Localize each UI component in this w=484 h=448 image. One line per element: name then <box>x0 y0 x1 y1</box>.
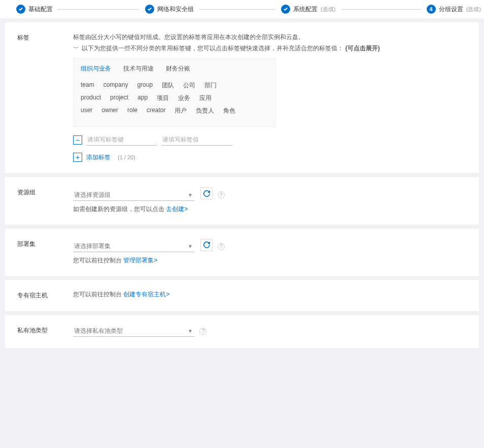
step-4[interactable]: 4 分组设置 (选填) <box>427 5 484 14</box>
chevron-down-icon: ﹀ <box>73 45 79 52</box>
step-title: 网络和安全组 <box>157 5 194 14</box>
private-pool-label: 私有池类型 <box>17 325 73 335</box>
tag-kv-row: − <box>73 134 467 146</box>
resource-group-label: 资源组 <box>17 187 73 197</box>
tag-list-row2: product project app 项目 业务 应用 <box>81 94 268 102</box>
step-line <box>341 9 420 10</box>
step-optional: (选填) <box>321 6 335 13</box>
tag-tabs: 组织与业务 技术与用途 财务分账 <box>81 64 268 76</box>
tag-item[interactable]: user <box>81 107 92 115</box>
refresh-icon <box>203 242 210 248</box>
deploy-set-label: 部署集 <box>17 239 73 249</box>
tag-item[interactable]: 应用 <box>199 94 212 102</box>
step-optional: (选填) <box>466 6 481 13</box>
tag-label: 标签 <box>17 32 73 42</box>
step-3[interactable]: 系统配置 (选填) <box>281 5 427 14</box>
check-icon <box>16 5 25 14</box>
tag-item[interactable]: 用户 <box>175 107 187 115</box>
private-pool-select[interactable] <box>73 325 195 337</box>
tag-item[interactable]: 角色 <box>223 107 235 115</box>
step-line <box>58 9 139 10</box>
tag-desc: 标签由区分大小写的键值对组成。您设置的标签将应用在本次创建的全部实例和云盘。 <box>73 32 467 42</box>
tag-item[interactable]: 负责人 <box>196 107 214 115</box>
add-tag-link[interactable]: 添加标签 <box>86 153 111 162</box>
help-icon[interactable]: ? <box>218 243 225 250</box>
create-resource-group-link[interactable]: 去创建> <box>166 205 188 213</box>
step-1[interactable]: 基础配置 <box>16 5 145 14</box>
remove-tag-button[interactable]: − <box>73 135 82 145</box>
tag-suggestion-box: 组织与业务 技术与用途 财务分账 team company group 团队 公… <box>73 58 276 127</box>
step-title: 基础配置 <box>28 5 53 14</box>
refresh-icon <box>203 190 210 197</box>
help-icon[interactable]: ? <box>199 328 206 335</box>
tag-item[interactable]: 部门 <box>204 81 217 90</box>
step-title: 系统配置 <box>293 5 318 14</box>
check-icon <box>145 5 154 14</box>
resource-group-card: 资源组 ▼ ? 如需创建新的资源组，您可以点击 去创建> <box>5 177 479 225</box>
tag-item[interactable]: 业务 <box>178 94 190 102</box>
step-number-icon: 4 <box>427 5 436 14</box>
tag-item[interactable]: team <box>81 81 94 90</box>
deploy-set-card: 部署集 ▼ ? 您可以前往控制台 管理部署集> <box>5 229 479 277</box>
expand-bold: (可点击展开) <box>345 45 380 52</box>
step-2[interactable]: 网络和安全组 <box>145 5 281 14</box>
help-icon[interactable]: ? <box>218 191 225 198</box>
deploy-set-select[interactable] <box>73 240 195 252</box>
create-ddh-link[interactable]: 创建专有宿主机> <box>123 291 169 298</box>
tag-item[interactable]: 团队 <box>162 81 174 90</box>
tag-item[interactable]: group <box>137 81 153 90</box>
tag-item[interactable]: product <box>81 94 101 102</box>
tag-item[interactable]: 公司 <box>183 81 195 90</box>
resource-group-desc: 如需创建新的资源组，您可以点击 去创建> <box>73 205 467 214</box>
tag-list-row1: team company group 团队 公司 部门 <box>81 81 268 90</box>
wizard-steps: 基础配置 网络和安全组 系统配置 (选填) 4 分组设置 (选填) <box>0 0 484 18</box>
tag-item[interactable]: 项目 <box>157 94 169 102</box>
tag-item[interactable]: creator <box>147 107 165 115</box>
tag-tab-fin[interactable]: 财务分账 <box>166 64 190 73</box>
tag-item[interactable]: app <box>137 94 148 102</box>
ddh-card: 专有宿主机 您可以前往控制台 创建专有宿主机> <box>5 280 479 311</box>
tag-tab-tech[interactable]: 技术与用途 <box>123 64 154 73</box>
tag-item[interactable]: role <box>127 107 137 115</box>
tag-item[interactable]: project <box>110 94 128 102</box>
step-line <box>199 9 275 10</box>
ddh-label: 专有宿主机 <box>17 290 73 300</box>
refresh-button[interactable] <box>200 239 213 251</box>
tag-list-row3: user owner role creator 用户 负责人 角色 <box>81 107 268 115</box>
check-icon <box>281 5 290 14</box>
add-tag-row: + 添加标签 (1 / 20) <box>73 153 467 162</box>
step-title: 分组设置 <box>439 5 463 14</box>
manage-deploy-set-link[interactable]: 管理部署集> <box>123 257 157 264</box>
tag-value-input[interactable] <box>161 134 232 146</box>
tag-key-input[interactable] <box>86 134 157 146</box>
tag-tab-org[interactable]: 组织与业务 <box>81 64 111 73</box>
add-tag-button[interactable]: + <box>73 153 82 162</box>
resource-group-select[interactable] <box>73 189 195 201</box>
tag-expand-line[interactable]: ﹀ 以下为您提供一些不同分类的常用标签键，您可以点击标签键快速选择，并补充适合您… <box>73 44 467 53</box>
refresh-button[interactable] <box>200 187 213 199</box>
tag-card: 标签 标签由区分大小写的键值对组成。您设置的标签将应用在本次创建的全部实例和云盘… <box>5 22 479 173</box>
ddh-desc: 您可以前往控制台 创建专有宿主机> <box>73 290 467 299</box>
private-pool-card: 私有池类型 ▼ ? <box>5 315 479 348</box>
deploy-set-desc: 您可以前往控制台 管理部署集> <box>73 256 467 265</box>
tag-count: (1 / 20) <box>118 154 135 160</box>
tag-item[interactable]: owner <box>101 107 118 115</box>
expand-text: 以下为您提供一些不同分类的常用标签键，您可以点击标签键快速选择，并补充适合您的标… <box>82 45 343 52</box>
tag-item[interactable]: company <box>103 81 128 90</box>
